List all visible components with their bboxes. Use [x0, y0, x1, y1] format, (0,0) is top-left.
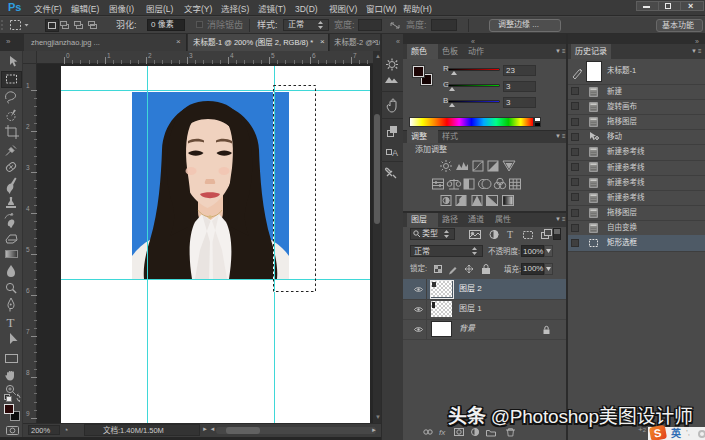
svg-text:T: T [7, 315, 15, 330]
svg-text:T: T [507, 229, 513, 240]
svg-text:A: A [392, 148, 398, 158]
svg-text:fx: fx [439, 428, 446, 437]
